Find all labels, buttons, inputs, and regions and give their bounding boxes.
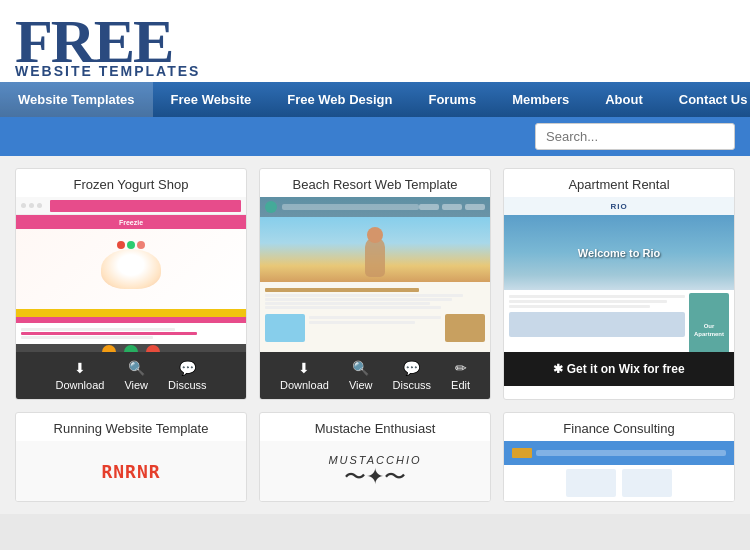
action-edit[interactable]: ✏Edit [451,360,470,391]
finance-preview [504,441,734,501]
nav-item-contact-us[interactable]: Contact Us [661,82,750,117]
templates-grid-bottom: Running Website TemplateRNRNRMustache En… [15,412,735,502]
bottom-template-title: Finance Consulting [504,413,734,441]
bottom-template-title: Running Website Template [16,413,246,441]
action-view[interactable]: 🔍View [349,360,373,391]
nav-item-forums[interactable]: Forums [410,82,494,117]
bottom-preview-running: RNRNR [16,441,246,501]
template-preview-beach [260,197,490,352]
view-icon: 🔍 [128,360,145,376]
action-download[interactable]: ⬇Download [55,360,104,391]
template-card-frozen: Frozen Yogurt Shop Freezie [15,168,247,400]
discuss-icon: 💬 [403,360,420,376]
content: Frozen Yogurt Shop Freezie [0,156,750,514]
template-preview-frozen: Freezie [16,197,246,352]
template-card-apartment: Apartment Rental RIO Welcome to Rio [503,168,735,400]
template-card-beach: Beach Resort Web Template [259,168,491,400]
template-title: Frozen Yogurt Shop [16,169,246,197]
bottom-template-title: Mustache Enthusiast [260,413,490,441]
template-title: Beach Resort Web Template [260,169,490,197]
nav-item-members[interactable]: Members [494,82,587,117]
running-logo: RNRNR [101,461,160,482]
action-label: Download [280,379,329,391]
logo: FREE WEBSITE TEMPLATES [15,10,200,82]
mustache-shape: 〜✦〜 [344,466,406,488]
mustache-logo: mustacchio 〜✦〜 [328,454,421,488]
template-title: Apartment Rental [504,169,734,197]
action-discuss[interactable]: 💬Discuss [168,360,207,391]
action-discuss[interactable]: 💬Discuss [393,360,432,391]
wix-button[interactable]: ✱ Get it on Wix for free [504,352,734,386]
templates-grid: Frozen Yogurt Shop Freezie [15,168,735,400]
logo-sub: WEBSITE TEMPLATES [15,64,200,78]
download-icon: ⬇ [298,360,310,376]
edit-icon: ✏ [455,360,467,376]
template-preview-apartment: RIO Welcome to Rio [504,197,734,352]
search-bar [0,117,750,156]
action-view[interactable]: 🔍View [124,360,148,391]
navigation: Website TemplatesFree WebsiteFree Web De… [0,82,750,117]
bottom-preview-finance [504,441,734,501]
template-actions: ⬇Download🔍View💬Discuss✏Edit [260,352,490,399]
action-label: Discuss [168,379,207,391]
download-icon: ⬇ [74,360,86,376]
action-label: View [124,379,148,391]
action-download[interactable]: ⬇Download [280,360,329,391]
action-label: Download [55,379,104,391]
bottom-preview-mustache: mustacchio 〜✦〜 [260,441,490,501]
bottom-card-running: Running Website TemplateRNRNR [15,412,247,502]
nav-item-about[interactable]: About [587,82,661,117]
nav-item-website-templates[interactable]: Website Templates [0,82,153,117]
bottom-card-finance: Finance Consulting [503,412,735,502]
template-actions: ⬇Download🔍View💬Discuss [16,352,246,399]
nav-item-free-website[interactable]: Free Website [153,82,270,117]
bottom-card-mustache: Mustache Enthusiast mustacchio 〜✦〜 [259,412,491,502]
nav-item-free-web-design[interactable]: Free Web Design [269,82,410,117]
view-icon: 🔍 [352,360,369,376]
action-label: Discuss [393,379,432,391]
action-label: View [349,379,373,391]
action-label: Edit [451,379,470,391]
header: FREE WEBSITE TEMPLATES [0,0,750,82]
discuss-icon: 💬 [179,360,196,376]
search-input[interactable] [535,123,735,150]
